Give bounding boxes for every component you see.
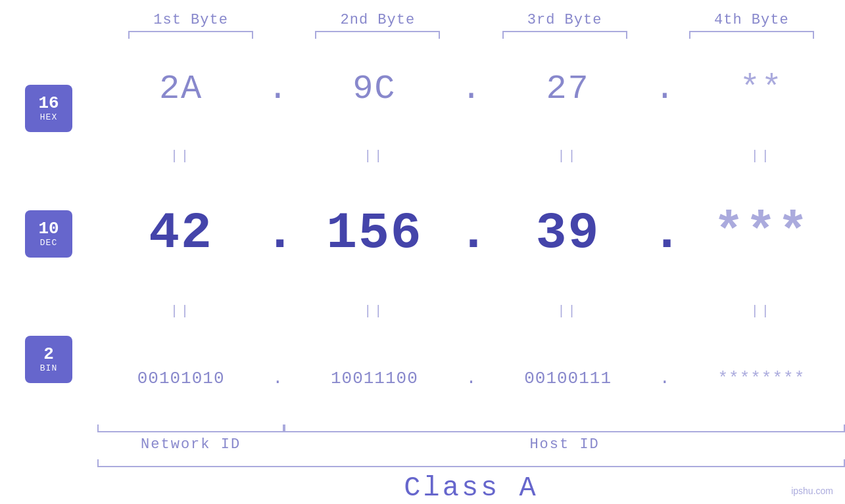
watermark: ipshu.com [791,486,833,496]
bracket-top-1 [128,31,253,39]
content-area: 16 HEX 10 DEC 2 BIN 2A . 9C . 27 . ** [0,45,845,422]
eq-3: || [485,149,652,164]
bin-dot-2: . [458,369,485,388]
dec-badge-number: 10 [38,219,59,239]
byte-header-2: 2nd Byte [284,12,471,28]
class-bracket [97,459,845,467]
hex-val-3: 27 [485,70,652,108]
dec-row: 42 . 156 . 39 . *** [97,194,845,273]
dec-val-3: 39 [485,204,652,262]
class-row: Class A [97,459,845,504]
eq2-4: || [678,304,845,319]
hex-dot-2: . [458,70,485,108]
bracket-cell-2 [284,28,471,39]
hex-badge: 16 HEX [25,85,72,132]
host-id-label: Host ID [284,436,845,453]
eq-1: || [97,149,264,164]
bin-val-2: 10011100 [291,369,458,388]
hex-val-4: ** [678,70,845,108]
hex-dot-1: . [264,70,291,108]
badge-column: 16 HEX 10 DEC 2 BIN [0,45,97,422]
byte-header-3: 3rd Byte [471,12,658,28]
bracket-top-2 [315,31,440,39]
bracket-cell-4 [658,28,845,39]
bin-val-3: 00100111 [485,369,652,388]
bin-row: 00101010 . 10011100 . 00100111 . *******… [97,349,845,408]
bin-dot-3: . [652,369,678,388]
hex-val-2: 9C [291,70,458,108]
hex-dot-3: . [652,70,678,108]
top-brackets [0,28,845,39]
dec-badge-label: DEC [40,238,57,248]
eq2-3: || [485,304,652,319]
equals-row-2: || || || || [97,301,845,321]
byte-header-4: 4th Byte [658,12,845,28]
dec-val-1: 42 [97,204,264,262]
bracket-top-4 [689,31,814,39]
eq2-1: || [97,304,264,319]
bracket-cell-3 [471,28,658,39]
network-id-label: Network ID [97,436,284,453]
dec-dot-2: . [458,204,485,262]
dec-val-4: *** [678,204,845,262]
hex-row: 2A . 9C . 27 . ** [97,59,845,118]
eq2-2: || [291,304,458,319]
bin-dot-1: . [264,369,291,388]
bottom-brackets-row [97,424,845,432]
labels-row: Network ID Host ID [97,436,845,453]
main-container: 1st Byte 2nd Byte 3rd Byte 4th Byte 16 H… [0,0,845,504]
hex-badge-label: HEX [40,112,57,122]
hex-badge-number: 16 [38,94,59,113]
byte-headers: 1st Byte 2nd Byte 3rd Byte 4th Byte [0,0,845,28]
bottom-section: Network ID Host ID Class A [0,424,845,504]
eq-4: || [678,149,845,164]
bin-val-4: ******** [678,369,845,388]
data-columns: 2A . 9C . 27 . ** || || || || 42 [97,45,845,422]
bin-badge-label: BIN [40,363,57,373]
dec-dot-1: . [264,204,291,262]
dec-badge: 10 DEC [25,210,72,258]
bin-badge-number: 2 [43,345,54,364]
eq-2: || [291,149,458,164]
bin-val-1: 00101010 [97,369,264,388]
dec-val-2: 156 [291,204,458,262]
hex-val-1: 2A [97,70,264,108]
bin-badge: 2 BIN [25,336,72,383]
equals-row-1: || || || || [97,147,845,166]
byte-header-1: 1st Byte [97,12,284,28]
bracket-top-3 [502,31,627,39]
dec-dot-3: . [652,204,678,262]
bracket-cell-1 [97,28,284,39]
network-bracket [97,424,284,432]
host-bracket [284,424,845,432]
class-label: Class A [97,472,845,504]
